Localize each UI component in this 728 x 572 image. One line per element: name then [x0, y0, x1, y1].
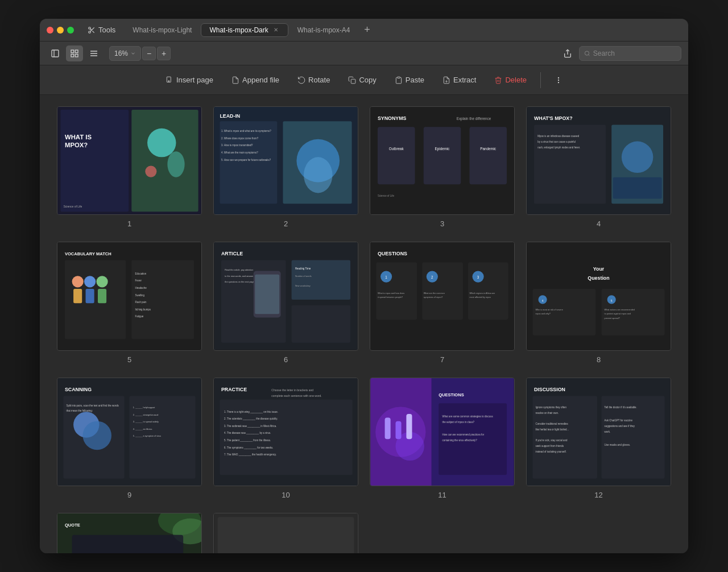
- svg-rect-98: [422, 263, 463, 320]
- page-thumb-6[interactable]: ARTICLE Read the article, pay attention …: [213, 242, 358, 350]
- page-number-6: 6: [284, 355, 288, 364]
- paste-button[interactable]: Paste: [388, 72, 431, 88]
- page-thumb-4[interactable]: WHAT'S MPOX? Mpox is an infectious disea…: [526, 106, 671, 215]
- svg-text:WHAT IS: WHAT IS: [65, 134, 92, 140]
- tabs-container: What-is-mpox-Light What-is-mpox-Dark ✕ W…: [125, 22, 681, 38]
- more-options-button[interactable]: [548, 73, 569, 88]
- page-item-5[interactable]: VOCABULARY MATCH Education Fever H: [57, 242, 202, 363]
- page-item-4[interactable]: WHAT'S MPOX? Mpox is an infectious disea…: [526, 106, 671, 228]
- svg-text:7. The WHO _________ the healt: 7. The WHO _________ the health emergenc…: [224, 453, 276, 456]
- svg-text:Who is most at risk of severe: Who is most at risk of severe: [535, 309, 562, 311]
- rotate-icon: [297, 76, 305, 84]
- svg-text:Swelling: Swelling: [135, 294, 145, 297]
- page-item-9[interactable]: SCANNING Split into pairs, scan the text…: [57, 378, 202, 499]
- svg-text:1. There is a right-wing _____: 1. There is a right-wing _________ on th…: [224, 410, 278, 413]
- delete-button[interactable]: Delete: [487, 72, 533, 88]
- page-thumb-9[interactable]: SCANNING Split into pairs, scan the text…: [57, 378, 202, 486]
- svg-text:5. ______ a symptom of virus: 5. ______ a symptom of virus: [133, 435, 162, 437]
- page-thumb-14[interactable]: ANY QUESTIONS? Science of Life: [213, 513, 358, 553]
- grid-view-button[interactable]: [66, 45, 83, 61]
- page-thumb-13[interactable]: QUOTE "The pandemic reinforces what we a…: [57, 513, 202, 553]
- page-item-6[interactable]: ARTICLE Read the article, pay attention …: [213, 242, 358, 363]
- svg-text:5: 5: [611, 299, 613, 302]
- page-number-8: 8: [597, 355, 601, 364]
- svg-rect-156: [395, 421, 401, 439]
- page-item-3[interactable]: SYNONYMS Explain the difference Outbreak…: [370, 106, 515, 228]
- svg-text:Headache: Headache: [135, 287, 147, 289]
- share-button[interactable]: [560, 45, 576, 61]
- svg-text:VOCABULARY MATCH: VOCABULARY MATCH: [65, 251, 111, 256]
- svg-line-4: [90, 28, 92, 30]
- page-number-12: 12: [594, 491, 602, 499]
- page-item-10[interactable]: PRACTICE Choose the letter in brackets a…: [213, 378, 358, 499]
- copy-icon: [348, 76, 356, 84]
- zoom-value: 16%: [114, 49, 128, 57]
- search-icon: [584, 50, 590, 57]
- maximize-button[interactable]: [67, 27, 74, 34]
- page-thumb-5[interactable]: VOCABULARY MATCH Education Fever H: [57, 242, 202, 350]
- sidebar-toggle-button[interactable]: [47, 45, 64, 61]
- svg-rect-49: [378, 127, 415, 184]
- svg-rect-74: [98, 289, 106, 303]
- svg-text:by a virus that can cause a pa: by a virus that can cause a painful: [537, 140, 576, 143]
- main-content: WHAT IS MPOX? Science of Life 1: [40, 95, 688, 553]
- page-thumb-10[interactable]: PRACTICE Choose the letter in brackets a…: [213, 378, 358, 486]
- tab-a4[interactable]: What-is-mpox-A4: [289, 24, 358, 36]
- svg-text:What are some common strategie: What are some common strategies to discu…: [442, 415, 494, 418]
- svg-text:complete each sentence with on: complete each sentence with one word.: [271, 393, 321, 397]
- svg-rect-37: [220, 121, 277, 204]
- zoom-in-button[interactable]: +: [157, 47, 171, 60]
- svg-text:LEAD-IN: LEAD-IN: [220, 113, 240, 119]
- traffic-lights: [47, 27, 74, 34]
- search-input[interactable]: [593, 49, 676, 57]
- page-item-1[interactable]: WHAT IS MPOX? Science of Life 1: [57, 106, 202, 228]
- svg-rect-51: [469, 127, 507, 184]
- close-button[interactable]: [47, 27, 53, 34]
- tools-label: Tools: [98, 26, 115, 34]
- page-item-12[interactable]: DISCUSSION Ignore symptoms they often re…: [526, 378, 671, 499]
- page-thumb-1[interactable]: WHAT IS MPOX? Science of Life: [57, 106, 202, 215]
- list-view-button[interactable]: [85, 45, 102, 61]
- svg-text:Science of Life: Science of Life: [378, 194, 394, 197]
- search-box[interactable]: [579, 46, 681, 61]
- svg-text:Reading Time: Reading Time: [295, 267, 311, 270]
- svg-text:symptoms of mpox?: symptoms of mpox?: [424, 297, 443, 299]
- page-thumb-12[interactable]: DISCUSSION Ignore symptoms they often re…: [526, 378, 671, 486]
- page-item-14[interactable]: ANY QUESTIONS? Science of Life 14: [213, 513, 358, 553]
- svg-text:ARTICLE: ARTICLE: [221, 251, 243, 256]
- insert-page-button[interactable]: Insert page: [159, 72, 220, 88]
- page-thumb-3[interactable]: SYNONYMS Explain the difference Outbreak…: [370, 106, 515, 215]
- svg-text:seek support from friends: seek support from friends: [535, 445, 564, 447]
- minimize-button[interactable]: [57, 27, 64, 34]
- append-file-button[interactable]: Append file: [225, 72, 286, 88]
- tab-dark[interactable]: What-is-mpox-Dark ✕: [201, 23, 288, 37]
- tab-light[interactable]: What-is-mpox-Light: [125, 24, 200, 36]
- svg-point-24: [558, 80, 559, 80]
- extract-button[interactable]: Extract: [436, 72, 483, 88]
- svg-rect-30: [131, 110, 198, 212]
- page-item-13[interactable]: QUOTE "The pandemic reinforces what we a…: [57, 513, 202, 553]
- rotate-button[interactable]: Rotate: [291, 72, 337, 88]
- page-thumb-7[interactable]: QUESTIONS 1 2 3 What is mpox and how doe…: [370, 242, 515, 350]
- zoom-display[interactable]: 16%: [109, 46, 141, 61]
- copy-button[interactable]: Copy: [341, 72, 383, 88]
- svg-rect-8: [75, 50, 78, 53]
- zoom-out-button[interactable]: −: [142, 47, 156, 60]
- tools-button[interactable]: Tools: [83, 24, 120, 36]
- page-thumb-11[interactable]: QUESTIONS What are some common strategie…: [370, 378, 515, 486]
- insert-page-icon: [166, 76, 173, 84]
- page-item-2[interactable]: LEAD-IN 1. What is mpox and what are its…: [213, 106, 358, 228]
- sidebar-icon: [51, 49, 60, 58]
- page-thumb-2[interactable]: LEAD-IN 1. What is mpox and what are its…: [213, 106, 358, 215]
- tab-close-icon[interactable]: ✕: [272, 26, 280, 34]
- page-thumb-8[interactable]: Your Question 4 5 Who is most at risk of…: [526, 242, 671, 350]
- svg-text:2. The scientists _________ th: 2. The scientists _________ the disease …: [224, 417, 278, 420]
- svg-text:Explain the difference: Explain the difference: [457, 117, 491, 121]
- page-item-8[interactable]: Your Question 4 5 Who is most at risk of…: [526, 242, 671, 363]
- page-item-7[interactable]: QUESTIONS 1 2 3 What is mpox and how doe…: [370, 242, 515, 363]
- svg-text:What is mpox and how does: What is mpox and how does: [378, 292, 404, 295]
- svg-text:rash, enlarged lymph nodes and: rash, enlarged lymph nodes and fever.: [537, 146, 580, 149]
- new-tab-button[interactable]: +: [359, 22, 375, 38]
- page-item-11[interactable]: QUESTIONS What are some common strategie…: [370, 378, 515, 499]
- svg-text:5. How can we prepare for futu: 5. How can we prepare for future outbrea…: [221, 159, 271, 161]
